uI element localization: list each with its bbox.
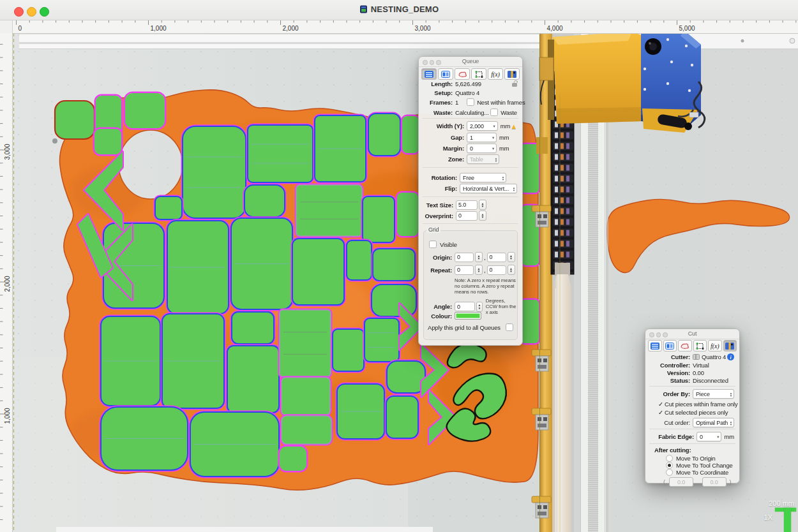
scale-label: 200 mm (769, 499, 794, 507)
nested-piece (182, 126, 246, 219)
move-to-coordinate-radio[interactable] (666, 469, 673, 476)
nested-piece (281, 377, 331, 415)
grid-repeat-y-field[interactable]: 0 (487, 265, 506, 275)
tab-material[interactable] (663, 340, 677, 351)
nested-piece (167, 220, 229, 314)
tab-functions[interactable]: f(x) (488, 68, 503, 80)
nested-piece (55, 101, 94, 139)
cutter-icon (693, 354, 700, 360)
info-icon[interactable]: i (727, 353, 734, 360)
cut-panel-window-dots[interactable] (649, 332, 668, 337)
svg-text:0: 0 (19, 25, 22, 32)
tab-functions[interactable]: f(x) (708, 340, 722, 351)
text-size-label: Text Size: (424, 202, 453, 209)
unlock-icon[interactable] (512, 83, 517, 87)
rotation-select[interactable]: Free▴▾ (460, 173, 506, 182)
check-icon[interactable]: ✓ (657, 401, 665, 408)
titlebar: NESTING_DEMO (0, 0, 798, 20)
nested-piece (124, 92, 165, 129)
grid-angle-field[interactable]: 0 (455, 302, 475, 311)
coord-y-field[interactable]: 0.0 (702, 477, 726, 487)
margin-combo[interactable]: 0▾ (467, 144, 497, 153)
tab-cutter[interactable] (504, 68, 520, 80)
nested-piece (296, 184, 363, 237)
tab-queue[interactable] (648, 340, 662, 351)
ruler-corner (0, 20, 13, 33)
coord-x-field[interactable]: 0.0 (669, 477, 693, 487)
apply-grid-label: Apply this grid to all Queues (428, 324, 501, 331)
nest-within-frames-checkbox[interactable] (467, 98, 474, 106)
horizontal-ruler: 01,0002,0003,0004,0005,000 (0, 20, 798, 34)
grid-angle-stepper[interactable]: ▲▼ (476, 302, 483, 312)
app-window: NESTING_DEMO 01,0002,0003,0004,0005,000 … (0, 0, 798, 532)
move-to-origin-radio[interactable] (666, 455, 673, 462)
text-size-field[interactable]: 5.0 (456, 200, 478, 210)
nested-piece (230, 218, 293, 310)
order-by-select[interactable]: Piece▴▾ (693, 389, 734, 399)
grid-origin-x-field[interactable]: 0 (455, 253, 474, 262)
order-by-label: Order By: (651, 390, 690, 397)
check-icon[interactable]: ✓ (657, 409, 665, 416)
nested-piece (279, 309, 331, 377)
width-combo[interactable]: 2,000▾ (467, 121, 498, 131)
zone-select[interactable]: Table▴▾ (467, 154, 499, 164)
grid-repeat-x-field[interactable]: 0 (455, 265, 474, 275)
move-to-origin-label: Move To Origin (676, 455, 716, 462)
tab-hide[interactable] (455, 68, 470, 80)
tab-hide[interactable] (678, 340, 692, 351)
grid-colour-swatch[interactable] (455, 312, 481, 320)
grid-repeat-x-stepper[interactable]: ▲▼ (475, 265, 483, 275)
grid-repeat-label: Repeat: (426, 267, 452, 274)
controller-label: Controller: (651, 362, 690, 369)
nested-piece (94, 128, 122, 155)
cut-order-select[interactable]: Optimal Path▴▾ (693, 418, 734, 427)
apply-grid-checkbox[interactable] (506, 323, 513, 331)
queue-panel-window-dots[interactable] (423, 60, 441, 65)
tab-queue[interactable] (421, 68, 437, 80)
fabric-edge-combo[interactable]: 0▾ (696, 432, 721, 441)
flip-label: Flip: (424, 185, 457, 192)
frames-label: Frames: (424, 99, 453, 106)
nested-piece (396, 192, 419, 237)
tab-material[interactable] (438, 68, 453, 80)
move-to-tool-change-radio[interactable] (666, 462, 673, 469)
nested-piece (231, 311, 275, 344)
nested-piece (279, 446, 307, 471)
tab-pieces[interactable] (693, 340, 707, 351)
after-cutting-label: After cutting: (654, 447, 691, 454)
nested-piece (332, 329, 365, 372)
overprint-stepper[interactable]: ▲▼ (479, 211, 486, 221)
grid-origin-y-stepper[interactable]: ▲▼ (508, 252, 515, 262)
flip-select[interactable]: Horizontal & Vert...▴▾ (460, 184, 517, 193)
svg-text:2,000: 2,000 (283, 25, 299, 32)
gap-combo[interactable]: 1▾ (467, 133, 497, 142)
svg-text:4,000: 4,000 (547, 25, 563, 32)
grid-origin-x-stepper[interactable]: ▲▼ (475, 252, 483, 262)
svg-text:3,000: 3,000 (415, 25, 431, 32)
grid-note: Note: A zero x repeat means no columns. … (455, 277, 518, 295)
vertical-ruler: 1,0002,0003,000 (0, 33, 13, 532)
gap-label: Gap: (424, 134, 464, 141)
rotation-label: Rotation: (424, 174, 457, 181)
waste-checkbox[interactable] (490, 108, 498, 116)
cut-order-label: Cut order: (651, 419, 690, 426)
nested-piece (314, 115, 366, 182)
nested-piece (244, 184, 285, 218)
nested-piece (154, 196, 183, 220)
grid-colour-label: Colour: (426, 313, 452, 320)
cut-panel[interactable]: Cut f(x) Cutter:Quattro 4i Controller:Vi… (645, 329, 740, 484)
overprint-field[interactable]: 0 (456, 211, 478, 221)
grid-repeat-y-stepper[interactable]: ▲▼ (508, 265, 515, 275)
nested-piece (346, 240, 372, 281)
grid-visible-checkbox[interactable] (429, 240, 437, 248)
queue-panel[interactable]: Queue f(x) Length:5,626.499 Setup:Quattr… (418, 56, 523, 346)
text-size-stepper[interactable]: ▲▼ (479, 200, 486, 210)
tab-pieces[interactable] (471, 68, 486, 80)
grid-visible-label: Visible (440, 241, 457, 248)
grid-origin-y-field[interactable]: 0 (487, 253, 506, 262)
tab-cutter[interactable] (723, 340, 737, 351)
version-label: Version: (651, 369, 690, 376)
grid-group-label: Grid (426, 226, 440, 233)
waste-label: Waste: (424, 109, 453, 116)
version-value: 0.00 (693, 369, 704, 376)
